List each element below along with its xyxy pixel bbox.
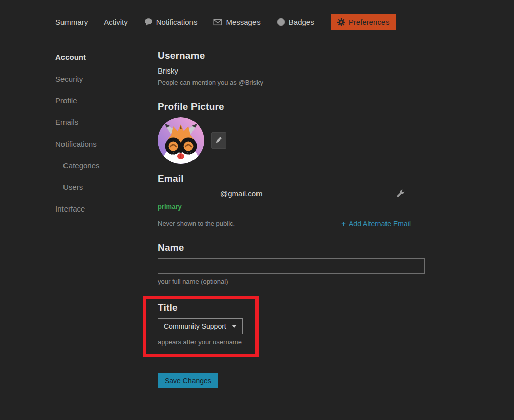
- speech-bubble-icon: [144, 18, 153, 26]
- tab-preferences[interactable]: Preferences: [331, 14, 396, 30]
- title-dropdown[interactable]: Community Support: [158, 318, 243, 334]
- tab-badges-label: Badges: [289, 18, 314, 26]
- sidebar-item-interface[interactable]: Interface: [55, 204, 100, 214]
- tab-messages-label: Messages: [226, 18, 260, 26]
- name-heading: Name: [158, 242, 425, 253]
- sidebar-item-emails[interactable]: Emails: [55, 118, 100, 127]
- sidebar-item-users[interactable]: Users: [55, 183, 100, 192]
- account-preferences-panel: Username Brisky People can mention you a…: [158, 50, 425, 388]
- edit-avatar-button[interactable]: [211, 132, 226, 149]
- plus-icon: +: [341, 219, 346, 228]
- pencil-icon: [215, 136, 223, 145]
- tab-summary-label: Summary: [55, 18, 88, 26]
- name-hint: your full name (optional): [158, 277, 425, 285]
- red-annotation-rectangle: Title Community Support appears after yo…: [143, 296, 259, 357]
- tab-preferences-label: Preferences: [349, 18, 390, 26]
- tab-activity[interactable]: Activity: [104, 18, 128, 26]
- add-alternate-email-link[interactable]: + Add Alternate Email: [341, 219, 411, 228]
- sidebar-item-profile[interactable]: Profile: [55, 96, 100, 105]
- tab-summary[interactable]: Summary: [55, 18, 88, 26]
- tab-badges[interactable]: Badges: [277, 18, 314, 26]
- preferences-page: Summary Activity Notifications Messages …: [0, 0, 514, 420]
- title-heading: Title: [158, 302, 255, 313]
- preferences-sidebar: Account Security Profile Emails Notifica…: [55, 53, 100, 226]
- email-heading: Email: [158, 173, 425, 184]
- tab-notifications-label: Notifications: [156, 18, 198, 26]
- username-section: Username Brisky People can mention you a…: [158, 50, 425, 86]
- title-section: Title Community Support appears after yo…: [158, 302, 255, 346]
- title-dropdown-value: Community Support: [164, 322, 226, 330]
- profile-picture-heading: Profile Picture: [158, 101, 425, 112]
- tab-messages[interactable]: Messages: [213, 18, 260, 26]
- username-heading: Username: [158, 50, 425, 61]
- add-alternate-email-label: Add Alternate Email: [349, 220, 411, 228]
- username-value: Brisky: [158, 66, 425, 75]
- title-hint: appears after your username: [158, 338, 255, 346]
- sidebar-item-categories[interactable]: Categories: [55, 161, 100, 170]
- badge-seal-icon: [277, 18, 285, 26]
- save-changes-button[interactable]: Save Changes: [158, 373, 218, 388]
- manage-email-button[interactable]: [397, 189, 405, 199]
- name-section: Name your full name (optional): [158, 242, 425, 285]
- sidebar-item-security[interactable]: Security: [55, 75, 100, 84]
- user-nav: Summary Activity Notifications Messages …: [55, 14, 396, 30]
- sidebar-item-account[interactable]: Account: [55, 53, 100, 62]
- envelope-icon: [213, 18, 222, 26]
- email-section: Email @gmail.com primary Never shown to …: [158, 173, 425, 228]
- primary-email-badge: primary: [158, 203, 425, 211]
- full-name-input[interactable]: [158, 258, 425, 274]
- email-address: @gmail.com: [158, 189, 263, 198]
- username-hint: People can mention you as @Brisky: [158, 79, 425, 86]
- tab-notifications[interactable]: Notifications: [144, 18, 198, 26]
- wrench-icon: [397, 191, 405, 199]
- avatar: [158, 117, 204, 164]
- chevron-down-icon: [232, 325, 237, 328]
- tab-activity-label: Activity: [104, 18, 128, 26]
- profile-picture-section: Profile Picture: [158, 101, 425, 164]
- email-hint: Never shown to the public.: [158, 220, 235, 227]
- gear-icon: [337, 18, 345, 26]
- sidebar-item-notifications[interactable]: Notifications: [55, 139, 100, 149]
